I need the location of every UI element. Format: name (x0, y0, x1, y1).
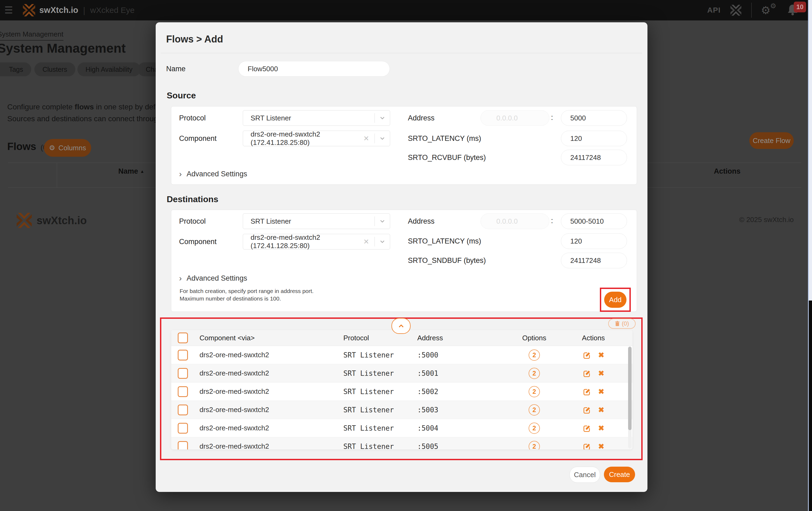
chevron-down-icon[interactable] (375, 238, 390, 245)
page-scrollbar-lower (808, 301, 812, 511)
source-component-select[interactable]: drs2-ore-med-swxtch2 (172.41.128.25:80) … (243, 131, 390, 146)
dest-sndbuf-input[interactable] (561, 253, 627, 268)
source-protocol-label: Protocol (179, 114, 206, 122)
source-protocol-select[interactable]: SRT Listener (243, 110, 390, 126)
trash-icon (615, 321, 620, 326)
columns-gear-icon: ⚙ (49, 144, 55, 152)
source-rcvbuf-input[interactable] (561, 150, 627, 165)
api-link[interactable]: API (707, 6, 721, 14)
destinations-card: Protocol SRT Listener Component drs2-ore… (171, 210, 637, 312)
annotation-highlight-add-button: Add (600, 288, 631, 312)
dest-latency-label: SRTO_LATENCY (ms) (408, 237, 481, 245)
tab-clusters[interactable]: Clusters (34, 62, 75, 76)
modal-title-divider (161, 53, 642, 53)
delete-count: (0) (622, 320, 629, 327)
annotation-highlight-destinations-table (160, 318, 643, 460)
swxtch-monogram-icon[interactable] (730, 4, 742, 17)
bg-table-actions-header: Actions (714, 167, 741, 176)
sort-asc-icon: ▲ (140, 169, 144, 174)
flows-add-modal: Flows > Add Name Source Protocol SRT Lis… (156, 22, 647, 492)
breadcrumb[interactable]: System Management (0, 30, 63, 40)
create-flow-button[interactable]: Create Flow (749, 132, 794, 149)
name-label: Name (166, 65, 185, 73)
batch-note-line2: Maximum number of destinations is 100. (180, 295, 281, 302)
product-name: wXcked Eye (90, 6, 135, 15)
modal-title: Flows > Add (166, 34, 223, 45)
bg-table-column-divider (57, 162, 57, 187)
source-address-label: Address (408, 114, 435, 122)
delete-selected-button[interactable]: (0) (608, 319, 636, 329)
tab-tags[interactable]: Tags (0, 62, 31, 76)
dest-address-label: Address (408, 217, 435, 226)
brand-separator: | (83, 5, 85, 15)
notifications-button[interactable]: 10 (787, 3, 800, 17)
source-section-heading: Source (167, 91, 196, 100)
swxtch-x-icon (16, 212, 33, 229)
add-destination-button[interactable]: Add (604, 292, 627, 308)
chevron-right-icon: › (179, 169, 182, 179)
page-scrollbar[interactable] (808, 0, 812, 301)
columns-button[interactable]: ⚙ Columns (44, 139, 91, 157)
dest-component-label: Component (179, 238, 217, 246)
flow-name-input[interactable] (238, 61, 390, 77)
chevron-right-icon: › (179, 274, 182, 283)
chevron-up-icon (397, 322, 405, 330)
cancel-button[interactable]: Cancel (570, 467, 600, 483)
flows-section-heading: Flows(0) (7, 141, 50, 152)
source-address-input (481, 110, 549, 126)
hamburger-menu-icon[interactable]: ☰ (4, 5, 13, 16)
top-navigation-bar: ☰ swXtch.io | wXcked Eye API ⚙⚙ (0, 0, 812, 21)
chevron-down-icon[interactable] (375, 135, 390, 142)
source-latency-label: SRTO_LATENCY (ms) (408, 134, 481, 143)
dest-latency-input[interactable] (561, 233, 627, 249)
source-advanced-settings-toggle[interactable]: › Advanced Settings (179, 169, 247, 179)
dest-advanced-settings-toggle[interactable]: › Advanced Settings (179, 274, 247, 283)
clear-selection-icon[interactable]: ✕ (363, 238, 369, 246)
source-port-input[interactable] (561, 110, 627, 126)
port-separator: : (549, 114, 555, 122)
notification-count-badge: 10 (794, 2, 806, 12)
dest-component-select[interactable]: drs2-ore-med-swxtch2 (172.41.128.25:80) … (243, 234, 390, 249)
destinations-section-heading: Destinations (167, 194, 218, 204)
footer-logo: swXtch.io (16, 212, 87, 229)
dest-address-input (481, 213, 549, 229)
footer-brand-name: swXtch.io (36, 214, 87, 227)
brand-name: swXtch.io (39, 5, 78, 15)
settings-gears-icon[interactable]: ⚙⚙ (761, 4, 778, 17)
source-rcvbuf-label: SRTO_RCVBUF (bytes) (408, 153, 486, 162)
port-separator: : (549, 217, 555, 225)
source-latency-input[interactable] (561, 131, 627, 146)
screen: ☰ swXtch.io | wXcked Eye API ⚙⚙ (0, 0, 812, 511)
chevron-down-icon[interactable] (375, 115, 390, 121)
chevron-down-icon[interactable] (375, 218, 390, 225)
copyright-text: © 2025 swXtch.io (726, 216, 794, 224)
dest-port-range-input[interactable] (561, 213, 627, 229)
swxtch-x-icon (22, 3, 36, 17)
dest-protocol-label: Protocol (179, 217, 206, 226)
page-title: System Management (0, 41, 126, 56)
dest-protocol-select[interactable]: SRT Listener (243, 213, 390, 229)
create-button[interactable]: Create (604, 467, 635, 482)
bg-table-name-header[interactable]: Name ▲ (118, 167, 144, 176)
source-component-label: Component (179, 134, 217, 143)
batch-note-line1: For batch creation, specify port range i… (180, 288, 314, 294)
source-card: Protocol SRT Listener Component drs2-ore… (171, 106, 637, 185)
clear-selection-icon[interactable]: ✕ (363, 134, 369, 143)
brand-logo[interactable]: swXtch.io | wXcked Eye (22, 3, 135, 17)
dest-sndbuf-label: SRTO_SNDBUF (bytes) (408, 257, 486, 265)
collapse-table-button[interactable] (392, 318, 411, 334)
topbar-divider (751, 3, 752, 18)
tab-high-availability[interactable]: High Availability (78, 62, 141, 76)
